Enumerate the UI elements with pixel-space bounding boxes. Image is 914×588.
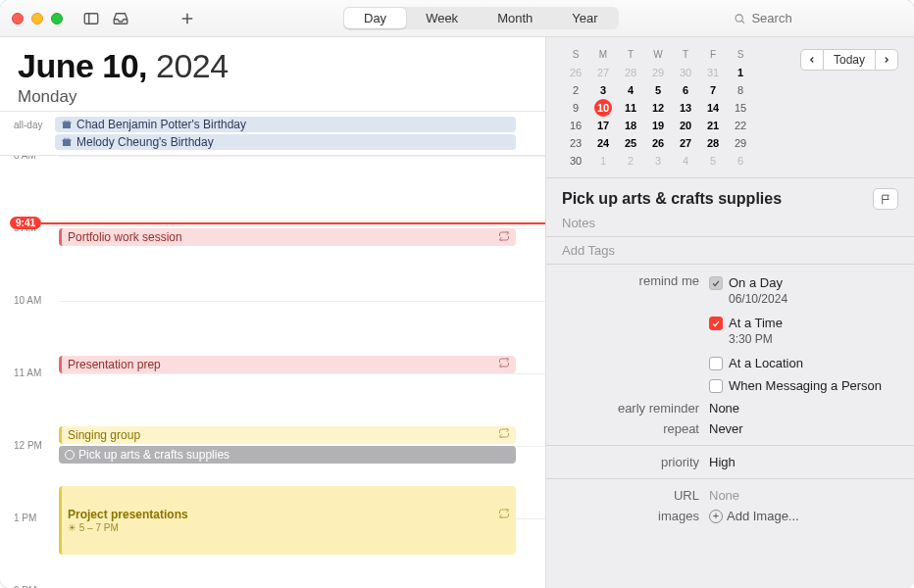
mini-cal-day[interactable]: 14 (699, 99, 727, 117)
close-window-button[interactable] (12, 13, 24, 24)
mini-cal-day[interactable]: 24 (589, 134, 617, 152)
flag-icon (880, 193, 892, 206)
plus-circle-icon: + (709, 510, 723, 523)
view-year[interactable]: Year (552, 8, 617, 28)
prev-button[interactable] (800, 49, 824, 71)
tags-field[interactable]: Add Tags (562, 243, 898, 258)
repeat-value[interactable]: Never (709, 421, 898, 436)
when-messaging-checkbox[interactable] (709, 379, 723, 393)
mini-cal-day[interactable]: 2 (617, 152, 644, 170)
event-singing[interactable]: Singing group (59, 426, 516, 444)
at-a-time-checkbox[interactable] (709, 317, 723, 330)
mini-cal-day[interactable]: 3 (644, 152, 672, 170)
next-button[interactable] (875, 49, 898, 71)
hour-label: 1 PM (14, 513, 55, 549)
mini-cal-day[interactable]: 4 (672, 152, 699, 170)
sidebar-toggle-icon[interactable] (80, 9, 102, 28)
url-value[interactable]: None (709, 488, 898, 503)
at-a-time-value[interactable]: 3:30 PM (709, 332, 898, 346)
svg-rect-0 (84, 13, 98, 24)
mini-cal-day[interactable]: 2 (562, 81, 589, 99)
mini-cal-day[interactable]: 25 (617, 134, 644, 152)
search-field[interactable] (726, 8, 902, 28)
mini-cal-day[interactable]: 27 (672, 134, 699, 152)
on-a-day-value[interactable]: 06/10/2024 (709, 292, 898, 306)
mini-cal-day[interactable]: 23 (562, 134, 589, 152)
mini-calendar[interactable]: SMTWTFS262728293031123456789101112131415… (562, 49, 754, 170)
inspector-title[interactable]: Pick up arts & crafts supplies (562, 190, 873, 208)
flag-button[interactable] (873, 188, 898, 210)
allday-event-title: Melody Cheung's Birthday (76, 135, 214, 149)
gift-icon (61, 119, 73, 130)
inbox-icon[interactable] (110, 9, 131, 28)
event-pickup[interactable]: Pick up arts & crafts supplies (59, 446, 516, 464)
minimize-window-button[interactable] (31, 13, 43, 24)
mini-cal-day[interactable]: 5 (644, 81, 672, 99)
mini-cal-day[interactable]: 6 (672, 81, 699, 99)
mini-cal-day[interactable]: 27 (589, 64, 617, 81)
on-a-day-checkbox[interactable] (709, 276, 723, 290)
mini-cal-day[interactable]: 31 (699, 64, 727, 81)
mini-cal-day[interactable]: 3 (589, 81, 617, 99)
view-day[interactable]: Day (344, 8, 406, 28)
zoom-window-button[interactable] (51, 13, 63, 24)
mini-cal-day[interactable]: 12 (644, 99, 672, 117)
mini-cal-day[interactable]: 26 (562, 64, 589, 81)
early-reminder-value[interactable]: None (709, 401, 898, 416)
notes-field[interactable]: Notes (562, 216, 898, 230)
allday-event[interactable]: Chad Benjamin Potter's Birthday (55, 117, 516, 132)
at-location-checkbox[interactable] (709, 357, 723, 370)
priority-value[interactable]: High (709, 455, 898, 469)
mini-cal-day[interactable]: 15 (727, 99, 754, 117)
mini-cal-day[interactable]: 20 (672, 117, 699, 134)
repeat-icon (498, 508, 510, 522)
event-portfolio[interactable]: Portfolio work session (59, 228, 516, 246)
mini-cal-day[interactable]: 29 (727, 134, 754, 152)
mini-cal-day[interactable]: 18 (617, 117, 644, 134)
mini-cal-day[interactable]: 11 (617, 99, 644, 117)
add-image-button[interactable]: + Add Image... (709, 509, 898, 523)
mini-cal-day[interactable]: 6 (727, 152, 754, 170)
svg-rect-8 (63, 141, 71, 146)
event-presentation[interactable]: Presentation prep (59, 356, 516, 373)
mini-cal-day[interactable]: 26 (644, 134, 672, 152)
add-icon[interactable] (177, 9, 198, 28)
allday-label: all-day (14, 120, 55, 130)
mini-cal-day[interactable]: 13 (672, 99, 699, 117)
mini-cal-day[interactable]: 1 (727, 64, 754, 81)
allday-event[interactable]: Melody Cheung's Birthday (55, 134, 516, 150)
at-a-time-label: At a Time (729, 316, 783, 330)
mini-cal-day[interactable]: 28 (617, 64, 644, 81)
search-input[interactable] (751, 11, 894, 25)
mini-cal-day[interactable]: 10 (589, 99, 617, 117)
mini-cal-day[interactable]: 7 (699, 81, 727, 99)
mini-cal-day[interactable]: 22 (727, 117, 754, 134)
repeat-label: repeat (562, 421, 709, 436)
now-time-pill: 9:41 (10, 217, 41, 229)
mini-cal-day[interactable]: 28 (699, 134, 727, 152)
hour-label: 11 AM (14, 368, 55, 404)
mini-cal-dow: S (727, 49, 754, 64)
mini-cal-day[interactable]: 17 (589, 117, 617, 134)
mini-cal-day[interactable]: 16 (562, 117, 589, 134)
mini-cal-day[interactable]: 9 (562, 99, 589, 117)
today-button[interactable]: Today (824, 49, 875, 71)
timeline[interactable]: 8 AM9 AM10 AM11 AM12 PM1 PM2 PM3 PM4 PM5… (0, 156, 545, 588)
mini-cal-day[interactable]: 8 (727, 81, 754, 99)
reminder-inspector: Pick up arts & crafts supplies Notes Add… (546, 177, 914, 588)
mini-cal-day[interactable]: 19 (644, 117, 672, 134)
view-month[interactable]: Month (478, 8, 552, 28)
event-title: Presentation prep (68, 358, 161, 371)
mini-cal-day[interactable]: 21 (699, 117, 727, 134)
mini-cal-day[interactable]: 1 (589, 152, 617, 170)
mini-cal-day[interactable]: 30 (562, 152, 589, 170)
mini-cal-day[interactable]: 30 (672, 64, 699, 81)
mini-cal-day[interactable]: 29 (644, 64, 672, 81)
view-week[interactable]: Week (406, 8, 478, 28)
svg-rect-6 (63, 123, 71, 128)
mini-cal-day[interactable]: 5 (699, 152, 727, 170)
hour-label: 12 PM (14, 440, 55, 476)
event-project[interactable]: Project presentations☀ 5 – 7 PM (59, 486, 516, 555)
repeat-icon (498, 230, 510, 245)
mini-cal-day[interactable]: 4 (617, 81, 644, 99)
